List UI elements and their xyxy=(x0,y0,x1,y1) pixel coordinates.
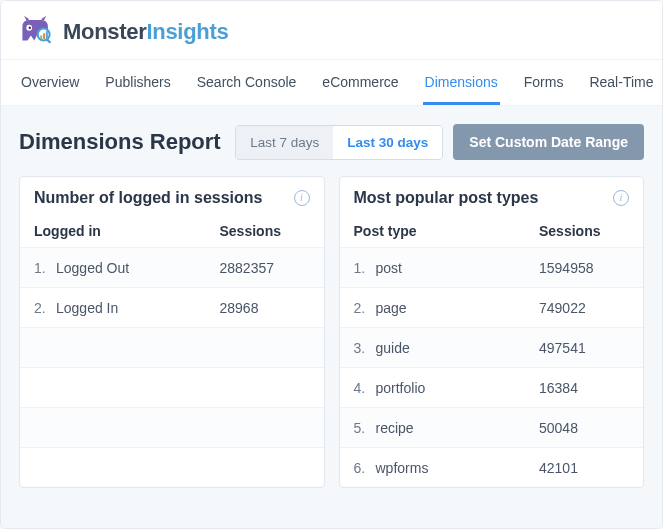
brand-part-2: Insights xyxy=(146,19,228,44)
row-label: recipe xyxy=(376,420,540,436)
monsterinsights-logo-icon xyxy=(19,15,53,49)
row-number: 4. xyxy=(354,380,376,396)
date-range-group: Last 7 days Last 30 days xyxy=(235,125,443,160)
table-row: 1. post 1594958 xyxy=(340,247,644,287)
table-row: 2. page 749022 xyxy=(340,287,644,327)
table-row: 3. guide 497541 xyxy=(340,327,644,367)
tab-search-console[interactable]: Search Console xyxy=(195,60,299,105)
card-popular-post-types: Most popular post types i Post type Sess… xyxy=(339,176,645,488)
report-toolbar: Dimensions Report Last 7 days Last 30 da… xyxy=(19,124,644,160)
app-header: MonsterInsights xyxy=(1,1,662,60)
row-value: 16384 xyxy=(539,380,629,396)
info-icon[interactable]: i xyxy=(294,190,310,206)
col-value: Sessions xyxy=(220,223,310,239)
brand-name: MonsterInsights xyxy=(63,19,228,45)
col-label: Logged in xyxy=(34,223,220,239)
row-label: wpforms xyxy=(376,460,540,476)
row-label: post xyxy=(376,260,540,276)
svg-rect-6 xyxy=(46,31,48,39)
table-row: ... xyxy=(20,327,324,367)
table-row: 1. Logged Out 2882357 xyxy=(20,247,324,287)
row-label: Logged In xyxy=(56,300,220,316)
row-number: 2. xyxy=(34,300,56,316)
row-label: Logged Out xyxy=(56,260,220,276)
table-row: ... xyxy=(20,367,324,407)
row-value: 50048 xyxy=(539,420,629,436)
row-label: page xyxy=(376,300,540,316)
row-number: 6. xyxy=(354,460,376,476)
table-row: ... xyxy=(20,447,324,487)
table-row: 6. wpforms 42101 xyxy=(340,447,644,487)
card-header: Number of logged in sessions i xyxy=(20,177,324,217)
row-number: 1. xyxy=(34,260,56,276)
row-value: 28968 xyxy=(220,300,310,316)
card-title: Most popular post types xyxy=(354,189,606,207)
range-last-7-days[interactable]: Last 7 days xyxy=(236,126,333,159)
tab-publishers[interactable]: Publishers xyxy=(103,60,172,105)
col-value: Sessions xyxy=(539,223,629,239)
row-value: 497541 xyxy=(539,340,629,356)
set-custom-date-range-button[interactable]: Set Custom Date Range xyxy=(453,124,644,160)
table-rows: 1. Logged Out 2882357 2. Logged In 28968… xyxy=(20,247,324,487)
tab-real-time[interactable]: Real-Time xyxy=(587,60,655,105)
row-number: 3. xyxy=(354,340,376,356)
report-cards: Number of logged in sessions i Logged in… xyxy=(19,176,644,488)
svg-rect-4 xyxy=(40,35,42,39)
tab-ecommerce[interactable]: eCommerce xyxy=(320,60,400,105)
table-rows: 1. post 1594958 2. page 749022 3. guide … xyxy=(340,247,644,487)
row-value: 749022 xyxy=(539,300,629,316)
tab-overview[interactable]: Overview xyxy=(19,60,81,105)
col-label: Post type xyxy=(354,223,540,239)
brand-part-1: Monster xyxy=(63,19,146,44)
range-last-30-days[interactable]: Last 30 days xyxy=(333,126,442,159)
column-headers: Logged in Sessions xyxy=(20,217,324,247)
card-logged-in-sessions: Number of logged in sessions i Logged in… xyxy=(19,176,325,488)
row-label: portfolio xyxy=(376,380,540,396)
card-header: Most popular post types i xyxy=(340,177,644,217)
table-row: ... xyxy=(20,407,324,447)
table-row: 2. Logged In 28968 xyxy=(20,287,324,327)
tab-forms[interactable]: Forms xyxy=(522,60,566,105)
app-window: MonsterInsights Overview Publishers Sear… xyxy=(0,0,663,529)
row-number: 2. xyxy=(354,300,376,316)
tab-dimensions[interactable]: Dimensions xyxy=(423,60,500,105)
row-value: 2882357 xyxy=(220,260,310,276)
svg-point-1 xyxy=(29,27,31,29)
row-value: 1594958 xyxy=(539,260,629,276)
svg-rect-5 xyxy=(43,33,45,39)
row-label: guide xyxy=(376,340,540,356)
card-title: Number of logged in sessions xyxy=(34,189,286,207)
row-value: 42101 xyxy=(539,460,629,476)
column-headers: Post type Sessions xyxy=(340,217,644,247)
page-title: Dimensions Report xyxy=(19,129,235,155)
info-icon[interactable]: i xyxy=(613,190,629,206)
row-number: 5. xyxy=(354,420,376,436)
nav-tabs: Overview Publishers Search Console eComm… xyxy=(1,60,662,106)
table-row: 4. portfolio 16384 xyxy=(340,367,644,407)
content-area: Dimensions Report Last 7 days Last 30 da… xyxy=(1,106,662,528)
row-number: 1. xyxy=(354,260,376,276)
table-row: 5. recipe 50048 xyxy=(340,407,644,447)
